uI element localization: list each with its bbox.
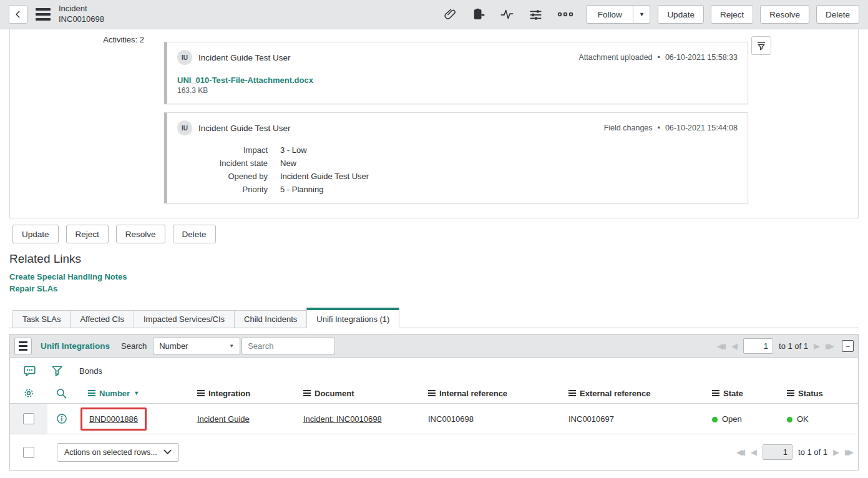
related-link-create-special-handling-notes[interactable]: Create Special Handling Notes [9,271,868,283]
field-label: Incident state [177,159,268,168]
search-input[interactable] [241,338,335,354]
cell-status: OK [774,414,858,424]
context-menu-icon[interactable] [36,8,51,21]
reject-button[interactable]: Reject [66,225,109,243]
column-header-status[interactable]: Status [774,389,858,398]
next-page-icon[interactable]: ▶ [814,341,820,351]
state-value: Open [722,414,742,424]
delete-button[interactable]: Delete [816,5,859,24]
more-options-icon[interactable] [557,7,573,21]
related-lists-tabs: Task SLAs Affected CIs Impacted Services… [9,308,859,328]
column-menu-icon [712,390,719,396]
activity-filter-button[interactable] [751,36,771,55]
pagination-range-label: to 1 of 1 [779,341,808,351]
search-rows-icon[interactable] [47,388,76,399]
column-header-external-reference[interactable]: External reference [556,389,700,398]
actions-on-selected-rows-select[interactable]: Actions on selected rows... [57,443,179,462]
filter-icon[interactable] [51,364,63,378]
activity-timestamp: 06-10-2021 15:58:33 [665,53,738,62]
column-menu-icon [303,390,311,396]
column-header-document[interactable]: Document [291,389,416,398]
tab-impacted-services-cis[interactable]: Impacted Services/CIs [134,310,235,328]
search-field-value: Number [159,341,188,351]
collapse-list-button[interactable]: − [842,340,854,352]
last-page-icon[interactable]: ▶▶ [826,341,834,351]
search-field-select[interactable]: Number ▼ [153,338,240,354]
delete-button[interactable]: Delete [173,225,216,243]
resolve-button[interactable]: Resolve [760,5,809,24]
related-link-repair-slas[interactable]: Repair SLAs [9,283,868,295]
related-links-title: Related Links [9,252,868,266]
gear-icon[interactable] [10,387,47,399]
export-copy-icon[interactable] [472,7,485,21]
page-number-input[interactable] [763,444,792,460]
list-toolbar: Unifi Integrations Search Number ▼ ◀◀ ◀ … [10,334,858,358]
caret-down-icon: ▼ [229,343,234,349]
attachment-file-size: 163.3 KB [177,86,738,95]
cell-integration: Incident Guide [185,414,291,424]
bond-number-link[interactable]: BND0001886 [89,414,138,424]
column-header-integration[interactable]: Integration [185,389,291,398]
row-checkbox[interactable] [23,413,34,424]
last-page-icon[interactable]: ▶▶ [845,447,854,457]
tab-task-slas[interactable]: Task SLAs [12,310,71,328]
page-number-input[interactable] [743,338,773,354]
select-all-checkbox[interactable] [23,447,34,458]
activity-card-attachment: IU Incident Guide Test User Attachment u… [164,42,748,104]
cell-internal-reference: INC0010698 [416,414,556,424]
tab-affected-cis[interactable]: Affected CIs [70,310,134,328]
column-header-state[interactable]: State [700,389,774,398]
minus-icon: − [846,343,850,350]
list-menu-icon[interactable] [14,338,32,355]
next-page-icon[interactable]: ▶ [833,447,839,457]
page-title: Incident INC0010698 [59,4,104,25]
cell-state: Open [700,414,774,424]
list-pagination-bottom: ◀◀ ◀ to 1 of 1 ▶ ▶▶ [736,444,854,460]
activity-event: Attachment uploaded [578,53,652,62]
chevron-down-icon [163,449,172,455]
previous-page-icon[interactable]: ◀ [731,341,738,351]
comments-icon[interactable] [23,364,36,378]
chevron-left-icon [14,10,22,19]
field-changes-list: Impact 3 - Low Incident state New Opened… [177,145,738,194]
record-number: INC0010698 [59,14,104,25]
activity-card-field-changes: IU Incident Guide Test User Field change… [164,112,748,203]
column-header-internal-reference[interactable]: Internal reference [416,389,556,398]
search-label: Search [121,341,147,351]
personalize-sliders-icon[interactable] [529,7,543,21]
update-button[interactable]: Update [12,225,59,243]
back-button[interactable] [9,5,27,24]
activity-stream: IU Incident Guide Test User Attachment u… [164,42,748,212]
follow-dropdown-button[interactable]: ▼ [633,5,650,24]
activity-user: Incident Guide Test User [198,53,291,62]
cell-external-reference: INC0010697 [556,414,700,424]
integration-link[interactable]: Incident Guide [197,414,250,424]
tab-child-incidents[interactable]: Child Incidents [234,310,307,328]
cell-number: BND0001886 [76,407,185,431]
cell-document: Incident: INC0010698 [291,414,416,424]
first-page-icon[interactable]: ◀◀ [717,341,726,351]
column-header-number[interactable]: Number ▼ [76,389,185,398]
first-page-icon[interactable]: ◀◀ [736,447,745,457]
column-menu-icon [197,390,205,396]
info-icon[interactable] [47,412,76,425]
column-menu-icon [787,390,794,396]
update-button[interactable]: Update [658,5,704,24]
document-link[interactable]: Incident: INC0010698 [303,414,382,424]
field-label: Priority [177,185,268,194]
list-title[interactable]: Unifi Integrations [41,341,110,351]
field-value: 5 - Planning [280,185,738,194]
attachment-icon[interactable] [444,7,457,21]
row-checkbox-cell [10,404,47,434]
bullet-separator: • [658,124,660,132]
reject-button[interactable]: Reject [711,5,753,24]
follow-button[interactable]: Follow [586,5,633,24]
attachment-file-link[interactable]: UNI_010-Test-File-Attachment.docx [177,76,313,85]
resolve-button[interactable]: Resolve [116,225,165,243]
previous-page-icon[interactable]: ◀ [751,447,757,457]
avatar: IU [177,50,192,65]
tab-unifi-integrations[interactable]: Unifi Integrations (1) [306,308,399,328]
field-value: New [280,159,738,168]
list-header-row: Number ▼ Integration Document Internal r… [10,383,858,404]
activity-stream-icon[interactable] [500,7,514,21]
